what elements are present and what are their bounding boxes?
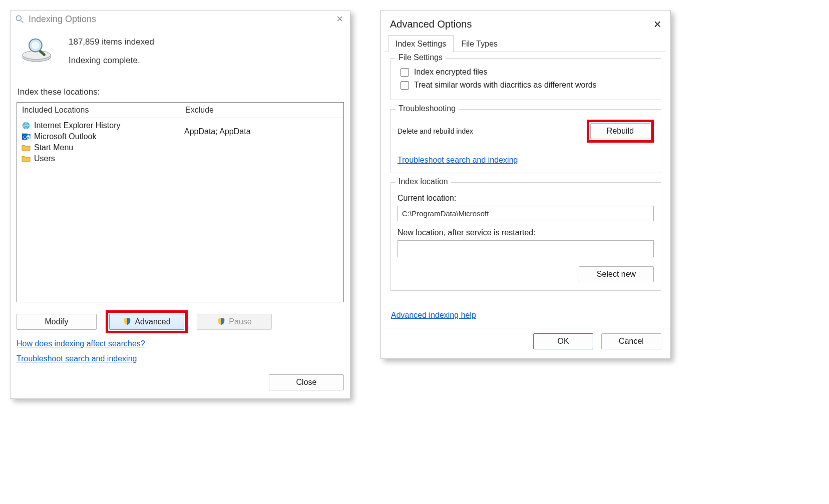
shield-icon: [123, 317, 132, 326]
group-title: Troubleshooting: [395, 104, 459, 113]
tab-file-types[interactable]: File Types: [454, 35, 505, 52]
checkbox-label: Index encrypted files: [414, 68, 488, 77]
table-row[interactable]: O Microsoft Outlook: [21, 131, 176, 142]
checkbox-diacritics[interactable]: [400, 81, 409, 90]
pause-button: Pause: [197, 314, 272, 330]
troubleshoot-link[interactable]: Troubleshoot search and indexing: [17, 354, 137, 363]
indexing-status-text: Indexing complete.: [69, 51, 154, 70]
dialog-title: Indexing Options: [29, 14, 96, 25]
rebuild-button-highlight: Rebuild: [587, 120, 654, 143]
locations-table: Included Locations Exclude Internet Expl…: [17, 102, 344, 302]
folder-icon: [21, 143, 31, 152]
current-location-field[interactable]: C:\ProgramData\Microsoft: [397, 206, 654, 221]
magnifier-icon: [15, 14, 25, 24]
current-location-label: Current location:: [397, 194, 654, 203]
indexing-status-icon: [19, 33, 55, 65]
table-row[interactable]: Start Menu: [21, 142, 176, 153]
how-indexing-affects-link[interactable]: How does indexing affect searches?: [17, 339, 145, 348]
row-name: Internet Explorer History: [34, 121, 121, 130]
svg-point-5: [32, 42, 39, 49]
close-icon[interactable]: ×: [651, 18, 664, 31]
checkbox-label: Treat similar words with diacritics as d…: [414, 81, 597, 90]
svg-rect-11: [28, 137, 29, 139]
rebuild-label: Delete and rebuild index: [397, 127, 473, 135]
shield-icon: [217, 317, 226, 326]
row-name: Users: [34, 154, 55, 163]
cancel-button[interactable]: Cancel: [601, 333, 661, 349]
column-included[interactable]: Included Locations: [17, 103, 180, 118]
titlebar: Indexing Options ×: [11, 11, 350, 27]
outlook-icon: O: [21, 132, 31, 141]
group-title: File Settings: [395, 53, 446, 62]
checkbox-index-encrypted[interactable]: [400, 68, 409, 77]
table-row[interactable]: Users: [21, 153, 176, 164]
row-name: Microsoft Outlook: [34, 132, 96, 141]
troubleshooting-group: Troubleshooting Delete and rebuild index…: [390, 109, 661, 173]
close-icon[interactable]: ×: [333, 14, 346, 25]
column-exclude[interactable]: Exclude: [180, 103, 343, 118]
select-new-button[interactable]: Select new: [579, 266, 654, 282]
indexing-options-dialog: Indexing Options × 187,859 items indexed…: [10, 10, 350, 399]
dialog-title: Advanced Options: [390, 19, 472, 30]
folder-icon: [21, 154, 31, 163]
index-location-group: Index location Current location: C:\Prog…: [390, 182, 661, 291]
svg-text:O: O: [24, 134, 27, 139]
svg-line-1: [21, 21, 24, 23]
modify-button[interactable]: Modify: [17, 314, 97, 330]
ie-icon: [21, 121, 31, 130]
svg-point-0: [16, 16, 21, 21]
table-row[interactable]: Internet Explorer History: [21, 120, 176, 131]
index-locations-label: Index these locations:: [18, 87, 344, 97]
close-button[interactable]: Close: [269, 374, 344, 390]
ok-button[interactable]: OK: [533, 333, 593, 349]
rebuild-button[interactable]: Rebuild: [590, 123, 650, 139]
advanced-help-link[interactable]: Advanced indexing help: [391, 311, 476, 320]
new-location-label: New location, after service is restarted…: [397, 228, 654, 237]
tabstrip: Index Settings File Types: [385, 35, 666, 52]
advanced-options-dialog: Advanced Options × Index Settings File T…: [380, 10, 671, 359]
tab-index-settings[interactable]: Index Settings: [388, 35, 454, 52]
file-settings-group: File Settings Index encrypted files Trea…: [390, 58, 661, 100]
advanced-button-highlight: Advanced: [106, 310, 188, 333]
new-location-field[interactable]: [397, 240, 654, 257]
troubleshoot-link[interactable]: Troubleshoot search and indexing: [397, 156, 518, 165]
group-title: Index location: [395, 177, 451, 186]
advanced-button[interactable]: Advanced: [109, 314, 184, 330]
exclude-cell: AppData; AppData: [184, 126, 339, 137]
row-name: Start Menu: [34, 143, 73, 152]
items-indexed-text: 187,859 items indexed: [69, 33, 154, 51]
titlebar: Advanced Options ×: [381, 11, 670, 35]
